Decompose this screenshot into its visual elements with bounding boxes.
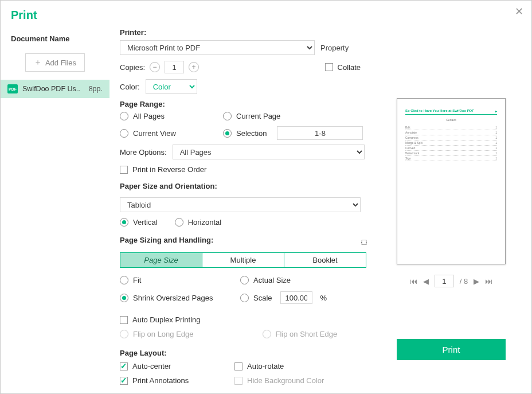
hide-bg-color-checkbox: Hide Background Color [234, 376, 366, 385]
plus-icon: ＋ [34, 57, 42, 68]
flip-short-edge-radio: Flip on Short Edge [263, 330, 338, 338]
next-page-icon[interactable]: ▶ [474, 277, 479, 286]
preview-nav: ⏮ ◀ / 8 ▶ ⏭ [410, 275, 492, 287]
checkbox-icon [234, 377, 242, 385]
auto-center-checkbox[interactable]: Auto-center [120, 362, 234, 370]
paper-heading: Paper Size and Orientation: [120, 182, 366, 190]
sizing-fit-radio[interactable]: Fit [120, 276, 240, 284]
add-files-button[interactable]: ＋ Add Files [25, 53, 85, 72]
preview-toc-line: Compress1 [405, 135, 497, 141]
printer-property-link[interactable]: Property [320, 44, 349, 52]
preview-page-input[interactable] [435, 275, 454, 287]
layout-heading: Page Layout: [120, 349, 366, 357]
more-options-label: More Options: [120, 148, 167, 157]
radio-icon [223, 129, 232, 138]
print-dialog: ✕ Print Document Name ＋ Add Files PDF Sw… [0, 0, 532, 394]
preview-toc-line: Sign1 [405, 156, 497, 161]
collate-checkbox[interactable]: Collate [325, 63, 361, 72]
tab-booklet[interactable]: Booklet [284, 253, 366, 267]
file-name: SwifDoo PDF Us.. [22, 85, 84, 93]
checkbox-icon [120, 166, 128, 174]
print-annotations-checkbox[interactable]: Print Annotations [120, 376, 234, 385]
print-button[interactable]: Print [397, 339, 506, 360]
preview-subtitle: Content [405, 118, 497, 122]
preview-toc-line: Convert1 [405, 146, 497, 151]
preview-toc-line: Watermark1 [405, 151, 497, 156]
color-label: Color: [120, 83, 140, 91]
copies-label: Copies: [120, 63, 145, 72]
file-page-count: 8pp. [89, 85, 103, 93]
checkbox-icon [234, 362, 242, 370]
range-current-page-radio[interactable]: Current Page [223, 112, 366, 120]
copies-increment-button[interactable]: + [189, 62, 199, 72]
copies-decrement-button[interactable]: − [150, 62, 160, 72]
prev-page-icon[interactable]: ◀ [423, 277, 429, 286]
reverse-order-checkbox[interactable]: Print in Reverse Order [120, 165, 366, 174]
checkbox-icon [120, 377, 128, 385]
sizing-scale-radio[interactable]: Scale % [240, 291, 366, 304]
radio-icon [240, 276, 249, 284]
more-options-select[interactable]: All Pages [173, 145, 365, 159]
preview-toc-line: Edit1 [405, 125, 497, 130]
range-current-view-radio[interactable]: Current View [120, 126, 223, 140]
document-name-label: Document Name [1, 30, 109, 48]
copies-input[interactable] [165, 61, 184, 73]
color-select[interactable]: Color [146, 79, 197, 94]
radio-icon [120, 112, 128, 120]
preview-title: So Glad to Have You Here at SwifDoo PDF [405, 109, 474, 113]
sizing-shrink-radio[interactable]: Shrink Oversized Pages [120, 291, 240, 304]
checkbox-icon [325, 63, 333, 71]
radio-icon [223, 112, 232, 120]
printer-label: Printer: [120, 28, 366, 37]
collate-label: Collate [338, 63, 361, 72]
pdf-icon: PDF [7, 84, 18, 93]
page-preview: So Glad to Have You Here at SwifDoo PDF … [397, 98, 506, 264]
first-page-icon[interactable]: ⏮ [410, 277, 417, 286]
radio-icon [120, 330, 128, 338]
radio-icon [175, 218, 183, 227]
sidebar: Print Document Name ＋ Add Files PDF Swif… [1, 1, 109, 393]
margins-icon[interactable]: ·□· [361, 237, 366, 247]
tab-multiple[interactable]: Multiple [202, 253, 284, 267]
file-list-item[interactable]: PDF SwifDoo PDF Us.. 8pp. [1, 80, 109, 98]
auto-rotate-checkbox[interactable]: Auto-rotate [234, 362, 366, 370]
settings-panel: Printer: Microsoft Print to PDF Property… [109, 1, 382, 393]
radio-icon [120, 276, 128, 284]
page-range-heading: Page Range: [120, 100, 366, 108]
preview-toc-line: Merge & Split1 [405, 141, 497, 146]
sizing-tabs: Page Size Multiple Booklet [120, 252, 366, 268]
radio-icon [120, 294, 128, 302]
checkbox-icon [120, 316, 128, 324]
paper-size-select[interactable]: Tabloid [120, 197, 361, 212]
radio-icon [263, 330, 271, 338]
orientation-vertical-radio[interactable]: Vertical [120, 218, 158, 227]
range-selection-radio[interactable]: Selection [223, 126, 366, 140]
preview-panel: So Glad to Have You Here at SwifDoo PDF … [382, 1, 531, 393]
radio-icon [120, 129, 128, 138]
checkbox-icon [120, 362, 128, 370]
scale-input[interactable] [280, 291, 312, 304]
preview-toc-line: Annotate1 [405, 130, 497, 135]
flip-long-edge-radio: Flip on Long Edge [120, 330, 194, 338]
sizing-actual-radio[interactable]: Actual Size [240, 276, 366, 284]
preview-page-total: / 8 [460, 277, 468, 286]
sizing-heading: Page Sizing and Handling: [120, 236, 213, 244]
range-selection-input[interactable] [277, 126, 363, 140]
printer-select[interactable]: Microsoft Print to PDF [120, 40, 315, 55]
bookmark-icon: ▸ [495, 109, 497, 113]
radio-icon [120, 218, 128, 227]
dialog-title: Print [1, 9, 109, 30]
radio-icon [240, 294, 249, 302]
tab-page-size[interactable]: Page Size [120, 253, 202, 267]
last-page-icon[interactable]: ⏭ [485, 277, 492, 286]
auto-duplex-checkbox[interactable]: Auto Duplex Printing [120, 315, 366, 324]
add-files-label: Add Files [45, 58, 76, 67]
orientation-horizontal-radio[interactable]: Horizontal [175, 218, 222, 227]
range-all-radio[interactable]: All Pages [120, 112, 223, 120]
